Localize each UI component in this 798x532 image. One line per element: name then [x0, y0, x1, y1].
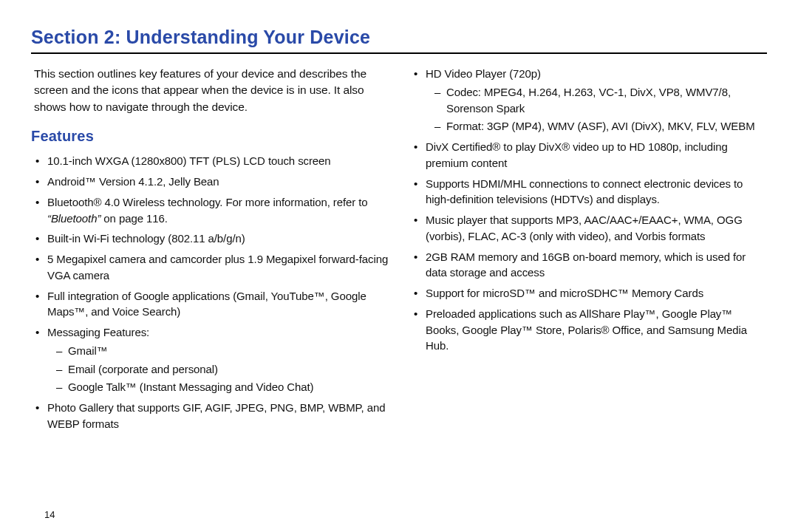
features-list-left: 10.1-inch WXGA (1280x800) TFT (PLS) LCD … — [31, 153, 389, 432]
reference-italic: “Bluetooth” — [47, 212, 100, 225]
sublist-item: Gmail™ — [47, 343, 389, 359]
text-span: HD Video Player (720p) — [426, 67, 541, 80]
right-column: HD Video Player (720p) Codec: MPEG4, H.2… — [409, 66, 767, 437]
sublist-item: Google Talk™ (Instant Messaging and Vide… — [47, 379, 389, 395]
list-item: HD Video Player (720p) Codec: MPEG4, H.2… — [409, 66, 767, 134]
list-item: Support for microSD™ and microSDHC™ Memo… — [409, 285, 767, 301]
intro-paragraph: This section outlines key features of yo… — [34, 66, 389, 115]
sublist: Codec: MPEG4, H.264, H.263, VC-1, DivX, … — [426, 84, 767, 134]
sublist-item: Format: 3GP (MP4), WMV (ASF), AVI (DivX)… — [426, 118, 767, 134]
list-item: DivX Certified® to play DivX® video up t… — [409, 139, 767, 171]
list-item: Messaging Features: Gmail™ Email (corpor… — [31, 324, 389, 395]
list-item: Music player that supports MP3, AAC/AAC+… — [409, 212, 767, 245]
document-page: Section 2: Understanding Your Device Thi… — [0, 0, 798, 532]
features-list-right: HD Video Player (720p) Codec: MPEG4, H.2… — [409, 66, 767, 354]
features-heading: Features — [31, 126, 389, 147]
text-span: on page 116. — [100, 212, 167, 225]
list-item: Bluetooth® 4.0 Wireless technology. For … — [31, 194, 389, 227]
text-span: Messaging Features: — [47, 326, 149, 338]
columns: This section outlines key features of yo… — [31, 66, 767, 437]
section-title: Section 2: Understanding Your Device — [31, 27, 767, 48]
list-item: Photo Gallery that supports GIF, AGIF, J… — [31, 400, 389, 432]
sublist-item: Codec: MPEG4, H.264, H.263, VC-1, DivX, … — [426, 84, 767, 117]
list-item: Preloaded applications such as AllShare … — [409, 306, 767, 354]
list-item: 10.1-inch WXGA (1280x800) TFT (PLS) LCD … — [31, 153, 389, 169]
list-item: 2GB RAM memory and 16GB on-board memory,… — [409, 249, 767, 282]
list-item: Built-in Wi-Fi technology (802.11 a/b/g/… — [31, 231, 389, 247]
list-item: Supports HDMI/MHL connections to connect… — [409, 176, 767, 208]
list-item: Android™ Version 4.1.2, Jelly Bean — [31, 174, 389, 190]
list-item: Full integration of Google applications … — [31, 288, 389, 321]
title-rule — [31, 52, 767, 54]
left-column: This section outlines key features of yo… — [31, 66, 389, 437]
page-number: 14 — [44, 509, 55, 520]
sublist: Gmail™ Email (corporate and personal) Go… — [47, 343, 389, 395]
text-span: Bluetooth® 4.0 Wireless technology. For … — [47, 196, 368, 208]
list-item: 5 Megapixel camera and camcorder plus 1.… — [31, 251, 389, 284]
sublist-item: Email (corporate and personal) — [47, 361, 389, 378]
